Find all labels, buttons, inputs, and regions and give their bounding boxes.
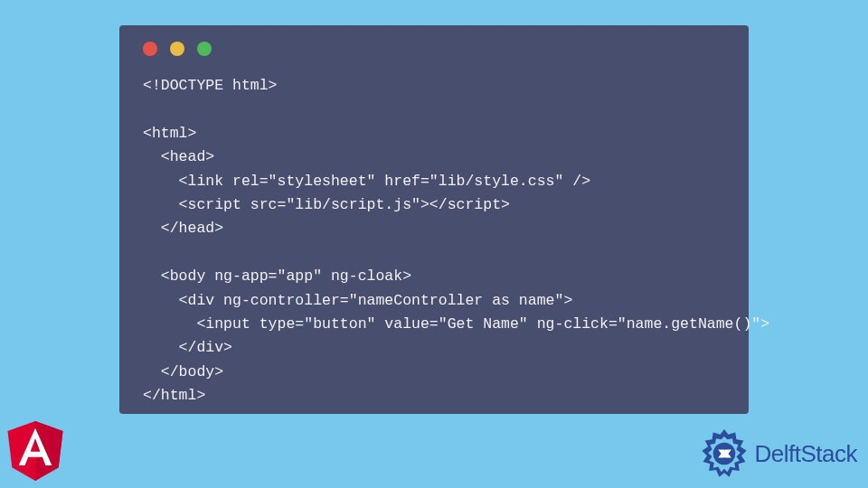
maximize-icon: [197, 42, 212, 56]
angular-logo-icon: [7, 421, 63, 481]
code-window: <!DOCTYPE html> <html> <head> <link rel=…: [119, 25, 749, 414]
window-controls: [143, 42, 725, 56]
code-block: <!DOCTYPE html> <html> <head> <link rel=…: [143, 74, 725, 408]
brand-name: DelftStack: [755, 440, 858, 468]
delftstack-brand: DelftStack: [699, 428, 858, 479]
minimize-icon: [170, 42, 184, 56]
delftstack-logo-icon: [699, 428, 750, 479]
close-icon: [143, 42, 157, 56]
